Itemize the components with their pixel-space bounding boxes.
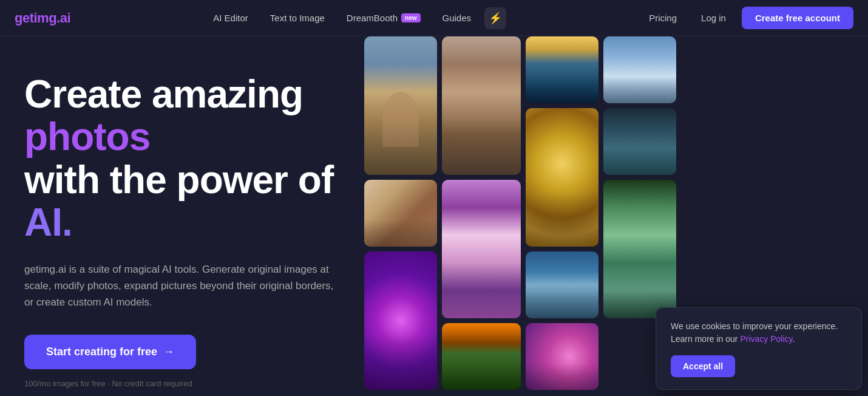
- headline-accent-photos: photos: [24, 115, 150, 159]
- image-flower-woman: [442, 180, 521, 318]
- image-reflections: [526, 251, 598, 318]
- image-ocean: [526, 36, 598, 103]
- image-golden-skull: [526, 108, 598, 247]
- image-cat: [364, 251, 437, 390]
- cookie-text: We use cookies to improve your experienc…: [671, 320, 847, 346]
- image-anime-girl-blue: [603, 108, 676, 175]
- discord-icon[interactable]: ⚡: [484, 7, 506, 29]
- headline-text-2: with the power of: [24, 158, 333, 202]
- hero-section: Create amazing photos with the power of …: [0, 36, 868, 396]
- create-account-button[interactable]: Create free account: [742, 7, 853, 29]
- logo-text-main: getimg: [15, 10, 56, 26]
- hero-description: getimg.ai is a suite of magical AI tools…: [24, 261, 340, 311]
- headline-accent-ai: AI.: [24, 200, 72, 244]
- cookie-banner: We use cookies to improve your experienc…: [656, 307, 862, 390]
- cta-arrow-icon: →: [163, 346, 174, 358]
- image-man-suit: [364, 36, 437, 175]
- cta-label: Start creating for free: [46, 346, 157, 358]
- headline-text-1: Create amazing: [24, 72, 303, 116]
- nav-link-dreambooth[interactable]: DreamBooth new: [338, 9, 429, 27]
- image-pink: [526, 323, 598, 390]
- image-bedroom: [364, 180, 437, 247]
- start-creating-button[interactable]: Start creating for free →: [24, 335, 196, 369]
- logo-text-ai: ai: [60, 10, 70, 26]
- image-forest: [442, 323, 521, 390]
- pricing-link[interactable]: Pricing: [640, 9, 685, 27]
- dreambooth-badge: new: [401, 13, 420, 22]
- hero-note: 100/mo images for free · No credit card …: [24, 379, 352, 388]
- nav-links: AI Editor Text to Image DreamBooth new G…: [205, 7, 506, 29]
- image-clouds: [603, 36, 676, 103]
- login-button[interactable]: Log in: [693, 9, 734, 27]
- hero-right: We use cookies to improve your experienc…: [352, 36, 868, 396]
- nav-link-ai-editor[interactable]: AI Editor: [205, 9, 257, 27]
- accept-cookies-button[interactable]: Accept all: [671, 355, 735, 377]
- image-curly-man: [442, 36, 521, 175]
- hero-left: Create amazing photos with the power of …: [0, 36, 352, 396]
- nav-actions: Pricing Log in Create free account: [640, 7, 853, 29]
- nav-link-text-to-image[interactable]: Text to Image: [262, 9, 333, 27]
- privacy-policy-link[interactable]: Privacy Policy: [740, 334, 792, 344]
- nav-link-guides[interactable]: Guides: [434, 9, 480, 27]
- image-anime-green: [603, 180, 676, 318]
- navbar: getimg.ai AI Editor Text to Image DreamB…: [0, 0, 868, 36]
- logo[interactable]: getimg.ai: [15, 10, 70, 26]
- hero-headline: Create amazing photos with the power of …: [24, 73, 352, 244]
